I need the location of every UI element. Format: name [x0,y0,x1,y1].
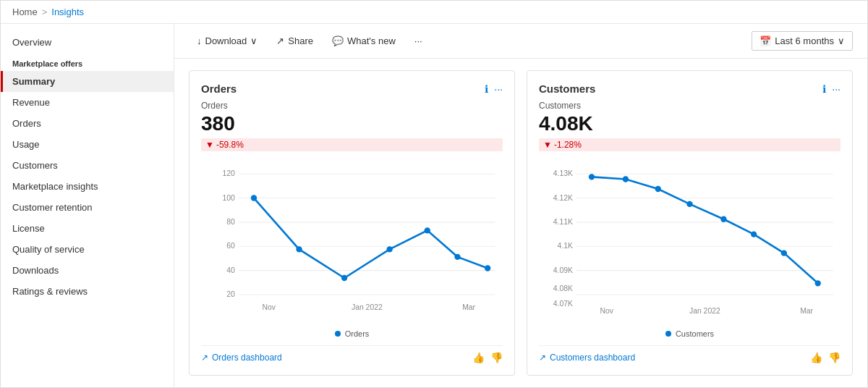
customers-legend-label: Customers [676,329,714,338]
orders-legend-label: Orders [345,329,370,338]
svg-text:120: 120 [223,169,236,177]
orders-metric-label: Orders [201,101,503,111]
sidebar-item-customers[interactable]: Customers [1,155,174,176]
customers-change-value: -1.28% [554,140,582,150]
svg-point-18 [485,265,490,271]
sidebar-item-ratings-reviews[interactable]: Ratings & reviews [1,281,174,302]
svg-point-41 [781,250,787,256]
svg-text:Jan 2022: Jan 2022 [689,307,720,315]
orders-card: Orders ℹ ··· Orders 380 ▼ -59.8% [189,70,515,376]
customers-dashboard-label: Customers dashboard [550,353,635,363]
svg-text:Mar: Mar [462,303,475,311]
customers-feedback-btns: 👍 👎 [810,352,841,363]
sidebar-item-downloads[interactable]: Downloads [1,260,174,281]
customers-card-title: Customers [539,83,595,95]
orders-thumbdown-button[interactable]: 👎 [490,352,503,363]
svg-point-13 [296,246,302,252]
share-icon: ↗ [276,35,284,46]
cards-container: Orders ℹ ··· Orders 380 ▼ -59.8% [174,59,867,387]
svg-point-35 [589,174,595,180]
orders-thumbup-button[interactable]: 👍 [472,352,485,363]
svg-text:Mar: Mar [800,307,813,315]
sidebar-item-revenue[interactable]: Revenue [1,92,174,113]
customers-legend: Customers [539,329,841,338]
orders-chart: 120 100 80 60 40 20 [201,157,503,326]
orders-metric-value: 380 [201,112,503,135]
svg-text:4.1K: 4.1K [557,242,572,250]
svg-text:Nov: Nov [263,303,276,311]
svg-text:Nov: Nov [600,307,614,315]
customers-thumbdown-button[interactable]: 👎 [828,352,841,363]
svg-point-16 [425,227,430,233]
date-range-button[interactable]: 📅 Last 6 months ∨ [752,31,853,51]
customers-change-icon: ▼ [543,140,552,150]
sidebar-item-marketplace-insights[interactable]: Marketplace insights [1,176,174,197]
date-range-chevron-icon: ∨ [838,35,845,46]
orders-legend: Orders [201,329,503,338]
customers-thumbup-button[interactable]: 👍 [810,352,822,363]
orders-info-button[interactable]: ℹ [485,83,488,95]
svg-text:4.12K: 4.12K [553,194,573,202]
customers-card-header: Customers ℹ ··· [539,83,841,95]
svg-text:4.11K: 4.11K [553,218,573,226]
sidebar-item-quality-of-service[interactable]: Quality of service [1,239,174,260]
breadcrumb-separator: > [42,7,48,17]
customers-trend-icon: ↗ [539,353,546,363]
orders-card-actions: ℹ ··· [485,83,503,95]
orders-legend-dot [335,331,341,337]
customers-legend-dot [665,331,671,337]
orders-card-header: Orders ℹ ··· [201,83,503,95]
chevron-down-icon: ∨ [250,35,258,46]
orders-change-value: -59.8% [216,140,244,150]
orders-card-footer: ↗ Orders dashboard 👍 👎 [201,345,503,363]
breadcrumb-home[interactable]: Home [12,7,38,17]
sidebar-item-license[interactable]: License [1,218,174,239]
orders-card-title: Orders [201,83,237,95]
download-button[interactable]: ↓ Download ∨ [189,31,265,51]
sidebar-item-summary[interactable]: Summary [1,71,174,92]
whats-new-button[interactable]: 💬 What's new [324,31,404,51]
customers-more-button[interactable]: ··· [832,83,841,95]
svg-text:4.08K: 4.08K [553,284,573,292]
svg-point-39 [720,216,726,222]
svg-text:60: 60 [226,242,235,250]
breadcrumb: Home > Insights [1,1,867,24]
date-range-label: Last 6 months [775,35,834,46]
orders-more-button[interactable]: ··· [494,83,503,95]
more-button[interactable]: ··· [407,31,430,51]
svg-point-14 [341,275,347,281]
customers-card-footer: ↗ Customers dashboard 👍 👎 [539,345,841,363]
svg-text:4.09K: 4.09K [553,266,573,274]
download-label: Download [205,35,247,46]
sidebar-item-usage[interactable]: Usage [1,134,174,155]
more-icon: ··· [414,35,422,46]
svg-point-42 [815,280,821,286]
sidebar-item-orders[interactable]: Orders [1,113,174,134]
whats-new-label: What's new [347,35,396,46]
customers-card: Customers ℹ ··· Customers 4.08K ▼ -1.28% [527,70,853,376]
svg-point-40 [751,231,757,237]
svg-point-37 [655,186,661,192]
customers-metric-label: Customers [539,101,841,111]
sidebar-item-customer-retention[interactable]: Customer retention [1,197,174,218]
svg-text:20: 20 [226,290,235,298]
breadcrumb-current: Insights [51,7,84,17]
orders-change-icon: ▼ [205,140,214,150]
customers-chart-svg: 4.13K 4.12K 4.11K 4.1K 4.09K 4.08K 4.07K [539,157,841,326]
sidebar-item-overview[interactable]: Overview [1,33,174,52]
svg-point-12 [251,195,257,201]
customers-dashboard-link[interactable]: ↗ Customers dashboard [539,353,635,363]
svg-point-38 [686,201,692,207]
svg-text:4.07K: 4.07K [553,300,573,308]
orders-feedback-btns: 👍 👎 [472,352,503,363]
share-button[interactable]: ↗ Share [268,31,321,51]
customers-metric-change: ▼ -1.28% [539,138,841,151]
orders-metric-change: ▼ -59.8% [201,138,503,151]
svg-point-17 [454,254,460,260]
sidebar-section-label: Marketplace offers [1,52,174,71]
customers-card-actions: ℹ ··· [822,83,841,95]
svg-text:40: 40 [226,266,235,274]
orders-dashboard-link[interactable]: ↗ Orders dashboard [201,353,282,363]
customers-info-button[interactable]: ℹ [822,83,826,95]
svg-text:Jan 2022: Jan 2022 [352,303,383,311]
